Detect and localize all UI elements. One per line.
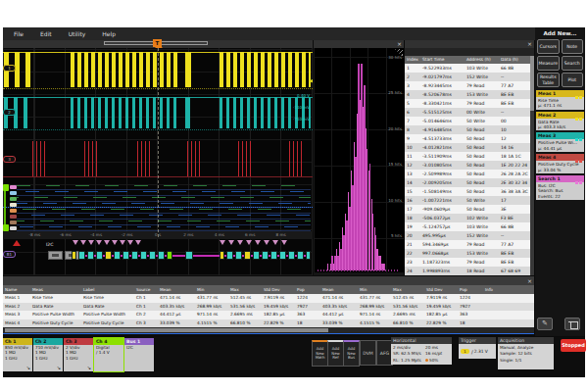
- waveform-graticule[interactable]: -8 ms-6 ms-4 ms-2 ms0 s2 ms4 ms6 ms8 ms …: [3, 48, 313, 275]
- badge-search-1[interactable]: Search 1Bus: I2CSearch: BusEvents: 22: [536, 175, 584, 200]
- sidebar-button-search[interactable]: Search: [562, 56, 584, 71]
- table-row[interactable]: 18-506.0372µs102 WriteF3 BE: [405, 214, 530, 222]
- digital-lane-tag[interactable]: [10, 220, 17, 224]
- digital-lane-tag[interactable]: [10, 191, 17, 195]
- edit-button[interactable]: ✎: [537, 318, 553, 330]
- table-row[interactable]: 10-4.012821ms50 Read14 16: [405, 143, 530, 152]
- sidebar-button-note[interactable]: Note: [562, 39, 584, 54]
- search-mark-icon[interactable]: [135, 240, 141, 245]
- trigger-position-marker-icon[interactable]: T: [153, 39, 162, 47]
- trigger-badge[interactable]: Trigger 1 / 2.31 V: [459, 337, 496, 360]
- digital-group-handle-bottom[interactable]: [3, 224, 9, 231]
- table-row[interactable]: 22997.0668µs153 WriteBE EB: [405, 249, 530, 258]
- table-row[interactable]: 5-8.330421ms79 ReadBE EB: [405, 99, 530, 108]
- table-row[interactable]: 16-1.007221ms50 Write17: [405, 196, 530, 205]
- measurement-scrollbar-thumb[interactable]: [5, 328, 328, 332]
- delete-button[interactable]: [564, 318, 580, 330]
- search-mark-icon[interactable]: [112, 240, 118, 245]
- search-mark-icon[interactable]: [237, 240, 243, 245]
- table-row[interactable]: Meas 1Rise TimeRise TimeCh 1471.14 ns431…: [3, 294, 534, 303]
- search-mark-icon[interactable]: [80, 240, 86, 245]
- meas-cell: 268.99 kb/s: [358, 303, 391, 312]
- search-mark-icon[interactable]: [272, 240, 278, 245]
- table-row[interactable]: 2-9.021797ms152 Write--: [405, 73, 530, 81]
- channel-badge-ch2[interactable]: Ch 2710 mV/div1 MΩ1 GHz↘: [33, 338, 63, 371]
- table-row[interactable]: 3-8.923445ms79 Read77 A7: [405, 81, 530, 90]
- bus-cell: 50 Read: [465, 170, 499, 178]
- bus-table-scrollbar[interactable]: [530, 56, 534, 275]
- acquisition-badge[interactable]: Acquisition Manual, AnalyzeSample: 12 bi…: [498, 337, 554, 369]
- ch1-marker[interactable]: 1: [3, 65, 16, 72]
- menu-help[interactable]: Help: [102, 30, 116, 37]
- digital-lane-tag[interactable]: [10, 209, 17, 213]
- search-mark-icon[interactable]: [264, 240, 270, 245]
- table-row[interactable]: 6-5.515125ms00 Write--: [405, 108, 530, 117]
- table-row[interactable]: 21594.3469µs79 Read77 A7: [405, 240, 530, 249]
- sidebar-button-results-table[interactable]: Results Table: [537, 73, 560, 87]
- table-row[interactable]: Meas 3Positive Pulse WidthPositive Pulse…: [3, 311, 534, 319]
- search-mark-icon[interactable]: [73, 240, 78, 245]
- search-mark-icon[interactable]: [255, 240, 261, 245]
- digital-lane-tag[interactable]: [10, 226, 17, 230]
- add-new-bus-button[interactable]: AddNewBus: [343, 340, 360, 367]
- table-row[interactable]: 14-2.009205ms50 Read2E 30 32 34: [405, 178, 530, 187]
- badge-line: Events: 22: [538, 194, 582, 199]
- table-row[interactable]: 13-2.509989ms50 Read26 28 2A 2C: [405, 170, 530, 178]
- sidebar-button-cursors[interactable]: Cursors: [537, 39, 560, 54]
- channel-badge-ch3[interactable]: Ch 32 V/div1 MΩ1 GHz↘: [64, 338, 93, 371]
- search-mark-icon[interactable]: [120, 240, 125, 245]
- table-row[interactable]: Meas 2Data RateData RateCh 1403.35 kb/s2…: [3, 303, 534, 312]
- table-row[interactable]: 20495.995µs152 Write--: [405, 231, 530, 240]
- measurement-results-close-icon[interactable]: ×: [527, 276, 532, 285]
- digital-lane-tag[interactable]: [10, 215, 17, 219]
- menu-edit[interactable]: Edit: [40, 30, 52, 37]
- table-row[interactable]: 8-4.916485ms50 Read10: [405, 125, 530, 134]
- horizontal-badge[interactable]: Horizontal 2 ms/div20 msSR: 62.5 MS/s16 …: [391, 337, 452, 373]
- digital-lane-tag[interactable]: [10, 197, 17, 201]
- digital-group-handle-top[interactable]: [3, 184, 9, 191]
- table-row[interactable]: 231.187323ms79 ReadBE EB: [405, 258, 530, 267]
- table-row[interactable]: 4-8.520678ms153 WriteBE EB: [405, 90, 530, 99]
- trigger-time-line: [158, 48, 159, 237]
- search-mark-icon[interactable]: [220, 240, 225, 245]
- menu-file[interactable]: File: [14, 30, 24, 37]
- search-mark-icon[interactable]: [127, 240, 133, 245]
- menu-utility[interactable]: Utility: [69, 30, 86, 37]
- run-stop-button[interactable]: Stopped: [561, 339, 586, 352]
- bus-decode-close-icon[interactable]: ×: [527, 40, 532, 48]
- table-row[interactable]: 1-9.522933ms103 Write66 8B: [405, 64, 530, 73]
- channel-badge-ch4[interactable]: Ch 4Digital/ 1.4 V: [94, 338, 123, 371]
- table-row[interactable]: 19-5.124757µs103 Write66 8B: [405, 222, 530, 231]
- table-row[interactable]: 15-1.508149ms50 Read36 38 3A 3C: [405, 187, 530, 196]
- histogram-plot[interactable]: 30 hits25 hits20 hits15 hits10 hits5 hit…: [314, 48, 404, 275]
- search-mark-icon[interactable]: [88, 240, 94, 245]
- plot-close-icon[interactable]: ×: [397, 40, 402, 48]
- table-row[interactable]: 9-4.513733ms50 Read12: [405, 134, 530, 143]
- table-row[interactable]: 7-5.014646ms50 Write00: [405, 117, 530, 125]
- channel-badge-bus1[interactable]: Bus 1I2C: [124, 338, 154, 371]
- search-mark-icon[interactable]: [246, 240, 252, 245]
- search-mark-icon[interactable]: [228, 240, 234, 245]
- digital-lane-tag[interactable]: [10, 203, 17, 207]
- add-new-math-button[interactable]: AddNewMath: [312, 340, 328, 367]
- ch2-marker[interactable]: 2: [3, 109, 16, 116]
- bus-clock-icon[interactable]: [48, 251, 63, 260]
- search-mark-icon[interactable]: [104, 240, 110, 245]
- search-mark-icon[interactable]: [281, 240, 287, 245]
- table-row[interactable]: Meas 4Positive Duty CyclePositive Duty C…: [3, 319, 534, 328]
- table-row[interactable]: 241.998893ms18 Read67 68 69: [405, 267, 530, 275]
- search-mark-icon[interactable]: [96, 240, 102, 245]
- sidebar-button-measure[interactable]: Measure: [537, 56, 560, 71]
- add-new-ref-button[interactable]: AddNewRef: [327, 340, 344, 367]
- table-row[interactable]: 11-3.511909ms50 Read18 1A 1C: [405, 152, 530, 161]
- digital-lane-tag[interactable]: [10, 185, 17, 189]
- dvm-button[interactable]: DVM: [360, 340, 376, 366]
- add-button-line: Math: [313, 356, 327, 361]
- table-row[interactable]: 17-909.0609µs50 Read3E: [405, 205, 530, 214]
- bus1-marker[interactable]: B1: [3, 251, 16, 258]
- channel-badge-ch1[interactable]: Ch 1850 mV/div1 MΩ1 GHz↘: [3, 338, 32, 371]
- bus-scrollbar-thumb[interactable]: [530, 56, 534, 111]
- table-row[interactable]: 12-3.010805ms50 Read1E 20 22 24: [405, 161, 530, 170]
- ch3-marker[interactable]: 3: [3, 156, 16, 163]
- trigger-level-arrow-icon[interactable]: ◀: [309, 77, 313, 83]
